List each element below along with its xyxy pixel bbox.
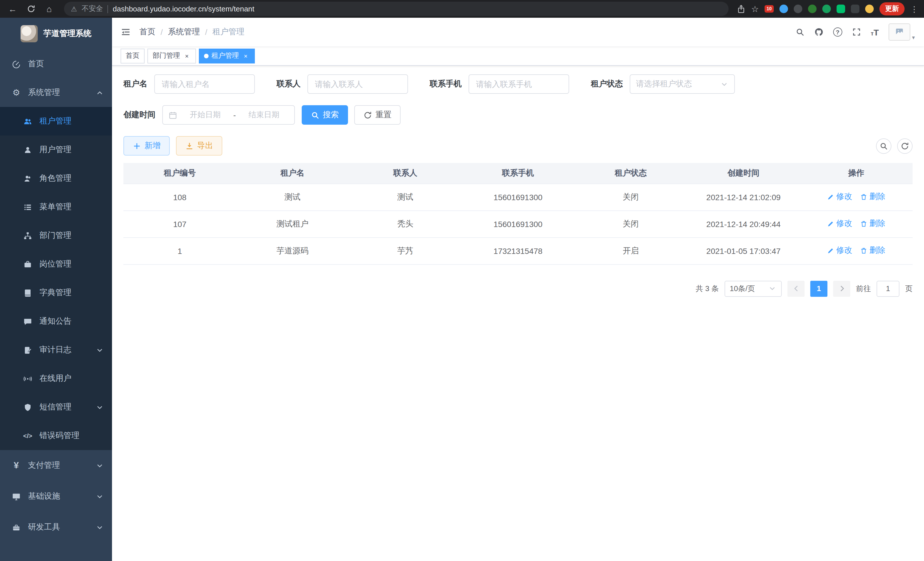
calendar-icon [169, 111, 177, 119]
home-icon[interactable]: ⌂ [42, 2, 56, 16]
active-dot [204, 53, 208, 58]
extension-icon-chat[interactable] [837, 5, 845, 13]
close-icon[interactable]: × [242, 52, 250, 60]
cell-id: 108 [123, 183, 236, 211]
sidebar-item-sms[interactable]: 短信管理 [0, 393, 112, 421]
cell-contact: 秃头 [349, 211, 462, 237]
logo[interactable]: 芋道管理系统 [0, 18, 112, 50]
extension-icon-dark[interactable] [794, 5, 802, 13]
sidebar-group-pay[interactable]: ¥ 支付管理 [0, 450, 112, 481]
delete-link[interactable]: 删除 [860, 219, 885, 229]
sidebar-item-post[interactable]: 岗位管理 [0, 250, 112, 278]
col-header-phone: 联系手机 [462, 163, 574, 183]
goto-page-input[interactable] [877, 281, 899, 296]
bookmark-star-icon[interactable]: ☆ [751, 4, 759, 14]
sidebar-item-label: 错误码管理 [39, 431, 80, 441]
briefcase-icon [23, 260, 33, 268]
breadcrumb: 首页 / 系统管理 / 租户管理 [140, 27, 244, 37]
tag-tenant[interactable]: 租户管理 × [199, 48, 255, 63]
sidebar-group-system[interactable]: ⚙ 系统管理 [0, 78, 112, 107]
cell-actions: 修改 删除 [800, 211, 913, 237]
sidebar-item-online-users[interactable]: 在线用户 [0, 364, 112, 393]
export-button-label: 导出 [197, 141, 213, 151]
sidebar-item-errorcode[interactable]: </> 错误码管理 [0, 421, 112, 450]
date-range-picker[interactable]: 开始日期 - 结束日期 [162, 105, 295, 125]
address-bar[interactable]: ⚠ 不安全 dashboard.yudao.iocoder.cn/system/… [64, 2, 728, 16]
sidebar-collapse-icon[interactable] [121, 27, 130, 37]
search-icon[interactable] [795, 27, 805, 37]
select-placeholder: 请选择租户状态 [636, 79, 692, 89]
back-icon[interactable]: ← [6, 2, 20, 16]
sidebar-item-dict[interactable]: 字典管理 [0, 278, 112, 307]
sidebar-item-user[interactable]: 用户管理 [0, 135, 112, 164]
cell-id: 1 [123, 237, 236, 264]
reset-button[interactable]: 重置 [354, 105, 400, 125]
tag-dept[interactable]: 部门管理 × [147, 48, 196, 63]
sidebar-item-label: 角色管理 [39, 173, 71, 183]
delete-link[interactable]: 删除 [860, 192, 885, 202]
col-header-name: 租户名 [236, 163, 349, 183]
browser-update-button[interactable]: 更新 [879, 2, 904, 15]
reload-icon[interactable] [24, 2, 38, 16]
font-size-large: T [874, 27, 879, 37]
tenant-status-select[interactable]: 请选择租户状态 [630, 74, 735, 94]
font-size-icon[interactable]: тT [871, 27, 879, 37]
toggle-search-button[interactable] [876, 138, 891, 153]
extension-icon-yellow[interactable] [865, 5, 874, 13]
sidebar-item-audit-log[interactable]: 审计日志 [0, 336, 112, 364]
page-number-button[interactable]: 1 [810, 281, 827, 296]
sidebar-item-home[interactable]: 首页 [0, 50, 112, 78]
edit-link[interactable]: 修改 [827, 246, 852, 256]
filter-create-time: 创建时间 开始日期 - 结束日期 [123, 105, 295, 125]
puzzle-extensions-icon[interactable] [851, 5, 860, 13]
tenant-name-input[interactable] [154, 74, 255, 94]
contact-name-input[interactable] [308, 74, 408, 94]
close-icon[interactable]: × [183, 52, 191, 60]
sidebar-item-role[interactable]: 角色管理 [0, 164, 112, 193]
search-button-label: 搜索 [323, 110, 339, 120]
search-button[interactable]: 搜索 [302, 105, 348, 125]
page-unit-label: 页 [905, 283, 913, 294]
share-icon[interactable] [736, 4, 746, 14]
refresh-table-button[interactable] [897, 138, 913, 153]
page-size-select[interactable]: 10条/页 [724, 281, 782, 296]
breadcrumb-home[interactable]: 首页 [140, 27, 155, 37]
sidebar-group-infra[interactable]: 基础设施 [0, 481, 112, 512]
cell-phone: 15601691300 [462, 183, 574, 211]
contact-phone-input[interactable] [469, 74, 569, 94]
add-button-label: 新增 [145, 141, 160, 151]
extension-icon-green-ring[interactable] [822, 5, 831, 13]
delete-link[interactable]: 删除 [860, 246, 885, 256]
sidebar-item-notice[interactable]: 通知公告 [0, 307, 112, 336]
tag-home[interactable]: 首页 [121, 48, 145, 63]
cell-name: 测试 [236, 183, 349, 211]
extension-icon-blue[interactable] [779, 5, 788, 13]
sidebar-item-label: 短信管理 [39, 402, 71, 412]
avatar [889, 23, 910, 41]
filter-row-1: 租户名 联系人 联系手机 租户状态 请选择租户状态 [123, 74, 913, 94]
github-icon[interactable] [814, 27, 824, 37]
sidebar-group-devtools[interactable]: 研发工具 [0, 512, 112, 543]
sidebar-group-label: 支付管理 [28, 460, 60, 471]
sidebar-item-tenant[interactable]: 租户管理 [0, 107, 112, 135]
user-menu[interactable]: ▾ [889, 23, 915, 41]
page-content: 租户名 联系人 联系手机 租户状态 请选择租户状态 [112, 66, 924, 561]
add-button[interactable]: 新增 [123, 136, 170, 156]
extension-icon-green[interactable] [808, 5, 817, 13]
browser-menu-icon[interactable]: ⋮ [910, 4, 918, 14]
fullscreen-icon[interactable] [852, 27, 861, 37]
tag-label: 租户管理 [212, 51, 239, 61]
sidebar-item-dept[interactable]: 部门管理 [0, 221, 112, 250]
next-page-button[interactable] [833, 281, 850, 296]
sidebar-item-label: 岗位管理 [39, 259, 71, 269]
prev-page-button[interactable] [788, 281, 805, 296]
export-button[interactable]: 导出 [176, 136, 222, 156]
breadcrumb-system[interactable]: 系统管理 [168, 27, 200, 37]
tag-label: 首页 [126, 51, 140, 61]
sidebar-item-menu[interactable]: 菜单管理 [0, 193, 112, 221]
delete-label: 删除 [869, 246, 885, 256]
extension-badge-icon[interactable]: 10 [765, 5, 774, 13]
help-icon[interactable]: ? [833, 27, 842, 37]
edit-link[interactable]: 修改 [827, 219, 852, 229]
edit-link[interactable]: 修改 [827, 192, 852, 202]
